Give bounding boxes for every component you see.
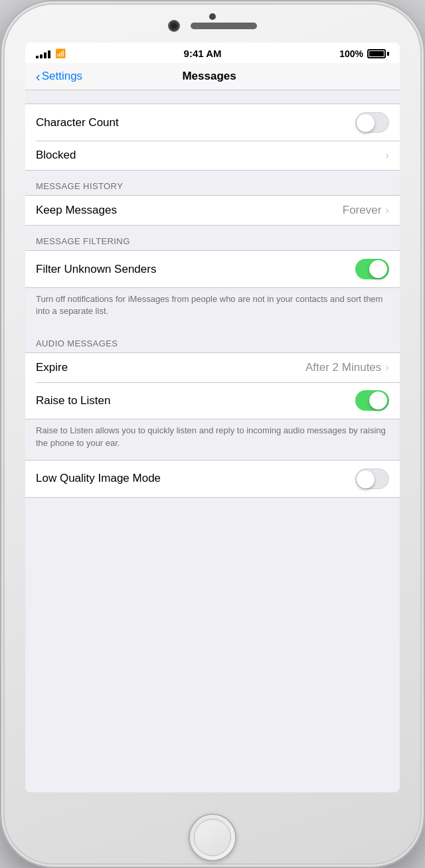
page-title: Messages bbox=[82, 70, 336, 83]
battery-icon bbox=[367, 49, 389, 58]
bottom-spacer bbox=[25, 498, 400, 538]
row-character-count[interactable]: Character Count bbox=[25, 104, 400, 141]
message-filtering-footer: Turn off notifications for iMessages fro… bbox=[25, 288, 400, 328]
message-filtering-header: MESSAGE FILTERING bbox=[25, 226, 400, 250]
section-top: Character Count Blocked › bbox=[25, 90, 400, 171]
home-button[interactable] bbox=[189, 814, 236, 861]
toggle-thumb bbox=[357, 114, 375, 132]
speaker bbox=[191, 23, 257, 29]
expire-value: After 2 Minutes bbox=[305, 361, 381, 374]
expire-label: Expire bbox=[36, 361, 305, 374]
screen: 📶 9:41 AM 100% ‹ Settings Messages bbox=[25, 42, 400, 792]
raise-to-listen-toggle[interactable] bbox=[355, 390, 389, 411]
toggle-thumb bbox=[357, 470, 375, 488]
back-chevron-icon: ‹ bbox=[36, 70, 41, 83]
audio-messages-header: AUDIO MESSAGES bbox=[25, 328, 400, 352]
filter-unknown-senders-label: Filter Unknown Senders bbox=[36, 263, 355, 276]
filter-unknown-senders-toggle[interactable] bbox=[355, 259, 389, 279]
character-count-toggle[interactable] bbox=[355, 112, 389, 133]
signal-bars bbox=[36, 49, 50, 58]
table-message-history: Keep Messages Forever › bbox=[25, 195, 400, 226]
low-quality-image-mode-label: Low Quality Image Mode bbox=[36, 472, 355, 485]
message-history-header: MESSAGE HISTORY bbox=[25, 171, 400, 195]
content-area: Character Count Blocked › MESSAGE HISTOR… bbox=[25, 90, 400, 792]
status-time: 9:41 AM bbox=[184, 48, 222, 59]
spacer-top bbox=[25, 90, 400, 104]
section-audio-messages: AUDIO MESSAGES Expire After 2 Minutes › … bbox=[25, 328, 400, 459]
back-button[interactable]: ‹ Settings bbox=[36, 70, 82, 83]
nav-bar: ‹ Settings Messages bbox=[25, 63, 400, 90]
home-button-inner bbox=[194, 819, 231, 856]
chevron-icon: › bbox=[385, 361, 389, 374]
row-filter-unknown-senders[interactable]: Filter Unknown Senders bbox=[25, 251, 400, 287]
keep-messages-value: Forever bbox=[343, 204, 382, 217]
row-expire[interactable]: Expire After 2 Minutes › bbox=[25, 353, 400, 382]
section-message-filtering: MESSAGE FILTERING Filter Unknown Senders… bbox=[25, 226, 400, 328]
raise-to-listen-label: Raise to Listen bbox=[36, 394, 355, 407]
table-top: Character Count Blocked › bbox=[25, 104, 400, 171]
signal-bar-3 bbox=[44, 52, 46, 58]
back-label: Settings bbox=[42, 70, 82, 83]
status-bar: 📶 9:41 AM 100% bbox=[25, 42, 400, 63]
section-low-quality: Low Quality Image Mode bbox=[25, 460, 400, 538]
signal-bar-2 bbox=[40, 54, 42, 58]
table-audio-messages: Expire After 2 Minutes › Raise to Listen bbox=[25, 352, 400, 419]
table-message-filtering: Filter Unknown Senders bbox=[25, 250, 400, 288]
row-raise-to-listen[interactable]: Raise to Listen bbox=[25, 382, 400, 419]
toggle-thumb bbox=[369, 260, 387, 278]
status-right: 100% bbox=[339, 48, 389, 59]
row-blocked[interactable]: Blocked › bbox=[25, 141, 400, 170]
battery-fill bbox=[369, 51, 384, 56]
table-low-quality: Low Quality Image Mode bbox=[25, 460, 400, 498]
battery-percentage: 100% bbox=[339, 48, 363, 59]
audio-messages-footer: Raise to Listen allows you to quickly li… bbox=[25, 419, 400, 459]
battery-tip bbox=[387, 52, 389, 56]
row-keep-messages[interactable]: Keep Messages Forever › bbox=[25, 196, 400, 225]
blocked-label: Blocked bbox=[36, 149, 385, 162]
row-low-quality-image-mode[interactable]: Low Quality Image Mode bbox=[25, 461, 400, 497]
low-quality-image-mode-toggle[interactable] bbox=[355, 469, 389, 489]
camera bbox=[168, 20, 180, 32]
character-count-label: Character Count bbox=[36, 116, 355, 129]
keep-messages-label: Keep Messages bbox=[36, 204, 343, 217]
section-message-history: MESSAGE HISTORY Keep Messages Forever › bbox=[25, 171, 400, 226]
signal-bar-4 bbox=[48, 50, 50, 58]
signal-bar-1 bbox=[36, 56, 39, 58]
home-area bbox=[1, 803, 424, 868]
top-bar bbox=[1, 1, 424, 32]
wifi-icon: 📶 bbox=[55, 48, 66, 58]
chevron-icon: › bbox=[385, 204, 389, 217]
phone-frame: 📶 9:41 AM 100% ‹ Settings Messages bbox=[0, 0, 425, 868]
chevron-icon: › bbox=[385, 149, 389, 162]
status-left: 📶 bbox=[36, 48, 66, 58]
toggle-thumb bbox=[369, 392, 387, 409]
